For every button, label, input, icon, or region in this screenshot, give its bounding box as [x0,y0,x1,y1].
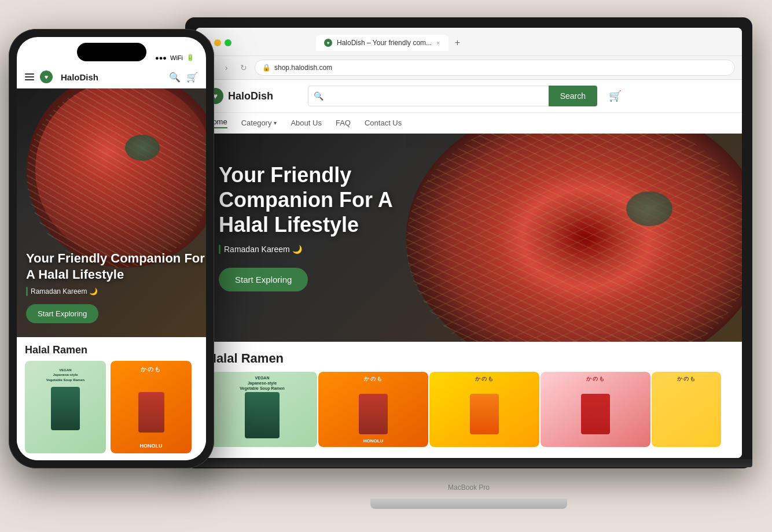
product-5-brand: かのも [652,375,721,383]
hero-noodles-overlay [406,134,742,342]
hero-content: Your Friendly Companion For A Halal Life… [219,162,421,291]
green-bar-decoration [219,245,220,254]
hamburger-menu[interactable] [25,73,34,80]
new-tab-button[interactable]: + [451,36,465,50]
iphone-hero-subtitle-text: Ramadan Kareem 🌙 [31,287,98,295]
iphone-hero-greens [125,135,160,161]
iphone-product-2-brand: かのも [141,365,161,374]
battery-icon: 🔋 [186,54,194,61]
product-4-img [581,394,610,434]
hero-title: Your Friendly Companion For A Halal Life… [219,162,421,238]
reload-button[interactable]: ↻ [237,61,250,74]
signal-icon: ●●● [155,54,167,61]
search-input[interactable] [308,86,549,106]
tab-title: HaloDish – Your friendly com... [337,39,432,47]
product-4-bg: かのも [541,372,650,447]
logo-text: HaloDish [228,90,273,102]
product-5-bg: かのも [652,372,721,447]
product-3-brand: かのも [429,375,539,383]
section-title: Halal Ramen [196,342,742,372]
iphone-body: ●●● WiFi 🔋 HaloDish 🔍 🛒 [9,29,214,468]
logo-area: HaloDish [207,88,273,104]
iphone-cart-icon[interactable]: 🛒 [186,72,198,83]
macbook-base [370,498,567,509]
iphone-products-row: VEGANJapanese-styleVegetable Soup Ramen … [17,361,206,453]
iphone-product-card-1[interactable]: VEGANJapanese-styleVegetable Soup Ramen [25,361,106,453]
product-1-label-top: VEGANJapanese-styleVegetable Soup Ramen [211,375,314,391]
product-card-2[interactable]: かのも HONOLU [318,372,428,447]
iphone-products-section: Halal Ramen VEGANJapanese-styleVegetable… [17,337,206,460]
iphone-hero-content: Your Friendly Companion For A Halal Life… [26,250,206,323]
minimize-button[interactable] [214,39,221,46]
iphone-hero: Your Friendly Companion For A Halal Life… [17,88,206,337]
search-button[interactable]: Search [549,86,597,106]
wifi-icon: WiFi [170,54,183,61]
fullscreen-button[interactable] [225,39,231,46]
iphone-status-icons: ●●● WiFi 🔋 [155,54,194,61]
secure-icon: 🔒 [262,64,271,72]
traffic-lights: HaloDish – Your friendly com... × + [196,28,742,56]
product-3-bg: かのも [429,372,539,447]
hero-banner: Your Friendly Companion For A Halal Life… [196,134,742,342]
iphone-product-card-2[interactable]: かのも HONOLU [111,361,192,453]
iphone-logo-icon [40,71,53,83]
nav-contact[interactable]: Contact Us [365,119,402,127]
products-row: VEGANJapanese-styleVegetable Soup Ramen … [196,372,742,447]
url-text: shop.halodish.com [274,64,332,72]
iphone-section-title: Halal Ramen [17,337,206,361]
product-2-bg: かのも HONOLU [318,372,428,447]
iphone-noodles-overlay [27,88,206,268]
macbook-screen: HaloDish – Your friendly com... × + ‹ › … [185,17,752,468]
product-card-5[interactable]: かのも [652,372,721,447]
hero-subtitle: Ramadan Kareem 🌙 [219,245,421,254]
iphone-start-exploring-button[interactable]: Start Exploring [26,304,98,323]
macbook-label: MacBook Pro [448,483,490,492]
cart-icon[interactable]: 🛒 [609,90,622,102]
iphone-hero-title: Your Friendly Companion For A Halal Life… [26,250,206,282]
tab-close-button[interactable]: × [436,39,440,46]
browser-tab-active[interactable]: HaloDish – Your friendly com... × [316,35,449,51]
iphone-product-2-img [138,392,164,433]
start-exploring-button[interactable]: Start Exploring [219,268,308,291]
product-3-img [470,394,499,434]
site-navigation: Home Category ▾ About Us FAQ Contact Us [196,113,742,134]
nav-about[interactable]: About Us [291,119,321,127]
nav-category[interactable]: Category ▾ [241,119,277,127]
iphone-device: ●●● WiFi 🔋 HaloDish 🔍 🛒 [9,29,214,503]
macbook-hinge [185,459,752,467]
iphone-nav: HaloDish 🔍 🛒 [17,66,206,88]
browser-window: HaloDish – Your friendly com... × + ‹ › … [196,28,742,458]
nav-faq[interactable]: FAQ [336,119,351,127]
iphone-product-2-honolu: HONOLU [140,443,163,449]
product-2-honolu: HONOLU [363,438,384,444]
products-section: Halal Ramen VEGANJapanese-styleVegetable… [196,342,742,458]
iphone-search-icon[interactable]: 🔍 [169,72,181,83]
product-4-brand: かのも [541,375,650,383]
product-card-4[interactable]: かのも [541,372,650,447]
product-card-1[interactable]: VEGANJapanese-styleVegetable Soup Ramen [207,372,317,447]
product-card-3[interactable]: かのも [429,372,539,447]
tab-favicon-icon [324,39,332,47]
product-2-brand: かのも [318,375,428,383]
iphone-product-1-label: VEGANJapanese-styleVegetable Soup Ramen [46,368,84,382]
site-header: HaloDish 🔍 Search 🛒 [196,80,742,113]
iphone-logo-text: HaloDish [61,72,98,82]
forward-button[interactable]: › [220,61,233,74]
macbook-device: HaloDish – Your friendly com... × + ‹ › … [185,17,752,515]
product-1-img [245,392,280,438]
hero-subtitle-text: Ramadan Kareem 🌙 [224,245,302,254]
search-area: 🔍 Search [308,86,597,106]
iphone-screen: ●●● WiFi 🔋 HaloDish 🔍 🛒 [17,37,206,460]
iphone-green-bar [26,287,28,296]
dynamic-island [77,43,146,61]
search-wrapper: 🔍 [308,86,549,106]
address-bar: ‹ › ↻ 🔒 shop.halodish.com [196,56,742,80]
iphone-product-1-img [51,387,80,430]
product-2-img [359,394,388,434]
iphone-hero-subtitle: Ramadan Kareem 🌙 [26,287,206,296]
hero-greens [626,191,672,226]
search-icon: 🔍 [314,91,323,101]
url-bar[interactable]: 🔒 shop.halodish.com [255,60,735,76]
